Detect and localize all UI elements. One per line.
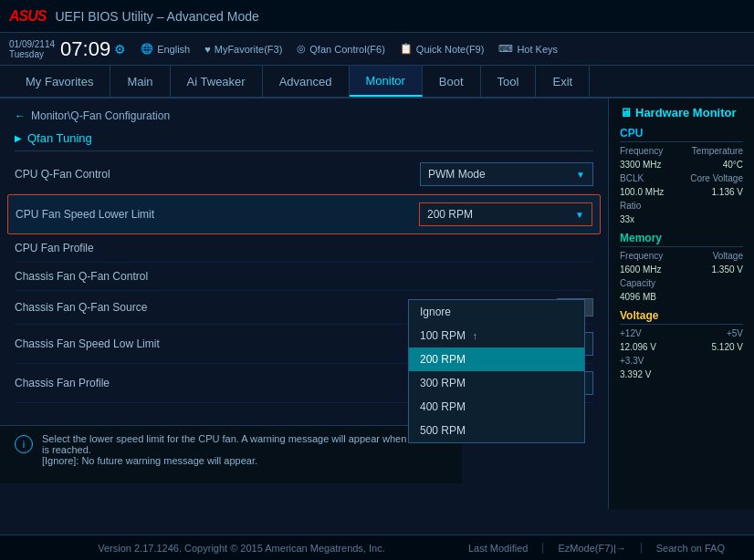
back-arrow-icon[interactable]: ← [15,109,26,122]
tab-ai-tweaker[interactable]: Ai Tweaker [171,66,263,97]
chassis-speed-label: Chassis Fan Speed Low Limit [15,337,420,350]
setting-chassis-qfan-control: Chassis Fan Q-Fan Control [15,263,593,291]
tab-advanced[interactable]: Advanced [263,66,350,97]
sidebar-capacity-label: Capacity [620,278,743,288]
sidebar-12v-val: 12.096 V 5.120 V [620,342,743,352]
sidebar-voltage-section: Voltage [620,309,743,325]
tab-exit[interactable]: Exit [536,66,590,97]
toolbar-qfan[interactable]: ◎ Qfan Control(F6) [297,43,385,55]
section-label: Qfan Tuning [27,131,92,145]
sidebar-cpu-freq-label: Frequency Temperature [620,146,743,156]
header-bar: ASUS UEFI BIOS Utility – Advanced Mode [0,0,754,33]
sidebar-mem-freq-val: 1600 MHz 1.350 V [620,264,743,275]
setting-cpu-qfan-control: CPU Q-Fan Control PWM Mode ▼ [15,155,593,194]
footer-last-modified[interactable]: Last Modified [468,543,543,554]
date: 01/09/2114 [9,39,55,49]
sidebar-ratio-label: Ratio [620,201,743,211]
toolbar-hotkeys[interactable]: ⌨ Hot Keys [498,43,558,55]
datetime-block: 01/09/2114 Tuesday 07:09 ⚙ [9,37,126,61]
tab-main[interactable]: Main [110,66,170,97]
breadcrumb-path: Monitor\Q-Fan Configuration [31,109,170,122]
option-ignore[interactable]: Ignore [409,300,584,324]
monitor-icon: 🖥 [620,106,632,119]
option-200rpm[interactable]: 200 RPM [409,347,584,371]
hardware-monitor-sidebar: 🖥 Hardware Monitor CPU Frequency Tempera… [608,99,754,509]
sidebar-bclk-label: BCLK Core Voltage [620,173,743,183]
option-500rpm[interactable]: 500 RPM [409,419,584,442]
cpu-fan-speed-dropdown[interactable]: 200 RPM ▼ [419,202,592,226]
toolbar-quicknote[interactable]: 📋 Quick Note(F9) [400,43,485,55]
sidebar-title: 🖥 Hardware Monitor [620,106,743,119]
toolbar-myfavorite[interactable]: ♥ MyFavorite(F3) [204,44,282,55]
info-icon: i [15,435,33,453]
footer-search-faq[interactable]: Search on FAQ [656,543,739,554]
tab-boot[interactable]: Boot [423,66,481,97]
settings-gear-icon[interactable]: ⚙ [114,42,126,57]
setting-cpu-fan-profile: CPU Fan Profile [15,234,593,263]
footer: Version 2.17.1246. Copyright © 2015 Amer… [0,534,754,560]
sidebar-capacity-val: 4096 MB [620,292,743,302]
keyboard-icon: ⌨ [498,43,513,55]
dropdown-arrow-icon: ▼ [576,170,585,180]
sidebar-memory-section: Memory [620,232,743,247]
info-text: Select the lower speed limit for the CPU… [42,433,447,466]
footer-ezmode[interactable]: EzMode(F7)|→ [558,543,641,554]
sidebar-ratio-val: 33x [620,214,743,224]
sidebar-33v-val: 3.392 V [620,369,743,379]
sidebar-bclk-val: 100.0 MHz 1.136 V [620,187,743,197]
header-title: UEFI BIOS Utility – Advanced Mode [55,9,258,24]
heart-icon: ♥ [204,44,211,55]
fan-speed-dropdown-menu: Ignore 100 RPM ↑ 200 RPM 300 RPM 400 RPM… [408,299,585,443]
info-bar: i Select the lower speed limit for the C… [0,425,462,483]
sidebar-cpu-freq-val: 3300 MHz 40°C [620,160,743,170]
chassis-qfan-label: Chassis Fan Q-Fan Control [15,270,593,283]
cpu-qfan-dropdown[interactable]: PWM Mode ▼ [420,162,593,186]
cpu-qfan-label: CPU Q-Fan Control [15,168,420,181]
section-expand-icon: ▶ [15,133,22,143]
sidebar-cpu-section: CPU [620,127,743,142]
cpu-fan-speed-label: CPU Fan Speed Lower Limit [16,208,419,221]
qfan-section-header[interactable]: ▶ Qfan Tuning [0,126,608,150]
option-100rpm[interactable]: 100 RPM ↑ [409,324,584,347]
day: Tuesday [9,49,55,59]
chassis-profile-label: Chassis Fan Profile [15,377,420,389]
dropdown-arrow2-icon: ▼ [575,210,584,220]
content-area: ← Monitor\Q-Fan Configuration ▶ Qfan Tun… [0,99,608,509]
asus-logo: ASUS [9,8,46,25]
nav-tabs: My Favorites Main Ai Tweaker Advanced Mo… [0,66,754,99]
option-300rpm[interactable]: 300 RPM [409,371,584,395]
toolbar: 01/09/2114 Tuesday 07:09 ⚙ 🌐 English ♥ M… [0,33,754,66]
tab-my-favorites[interactable]: My Favorites [9,66,110,97]
date-block: 01/09/2114 Tuesday [9,39,55,59]
time-display: 07:09 ⚙ [60,37,126,61]
setting-cpu-fan-speed-limit: CPU Fan Speed Lower Limit 200 RPM ▼ [7,194,601,234]
tab-tool[interactable]: Tool [481,66,537,97]
sidebar-mem-freq-label: Frequency Voltage [620,251,743,261]
sidebar-12v-label: +12V +5V [620,328,743,338]
breadcrumb: ← Monitor\Q-Fan Configuration [0,106,608,126]
fan-icon: ◎ [297,43,306,55]
cpu-fan-profile-label: CPU Fan Profile [15,242,593,254]
sidebar-33v-label: +3.3V [620,356,743,366]
globe-icon: 🌐 [141,43,153,55]
note-icon: 📋 [400,43,413,55]
footer-links: Last Modified EzMode(F7)|→ Search on FAQ [468,543,739,554]
footer-copyright: Version 2.17.1246. Copyright © 2015 Amer… [15,543,468,554]
toolbar-language[interactable]: 🌐 English [141,43,190,55]
option-400rpm[interactable]: 400 RPM [409,395,584,419]
tab-monitor[interactable]: Monitor [350,66,423,97]
